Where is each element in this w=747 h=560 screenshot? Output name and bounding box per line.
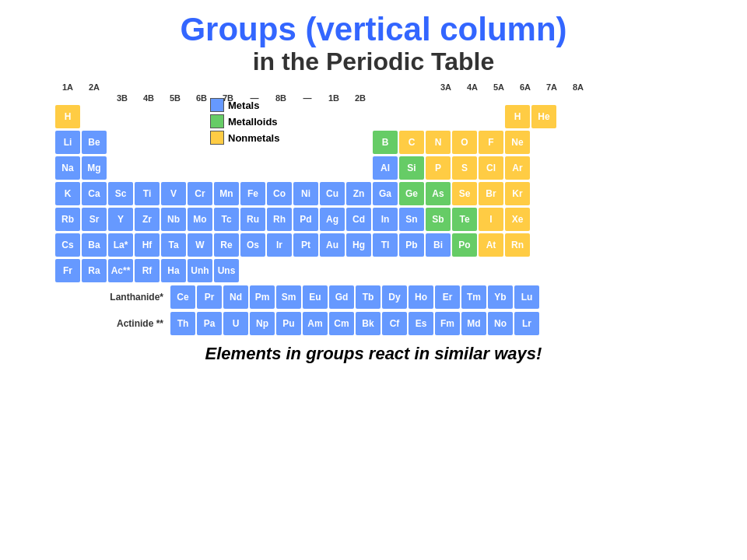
element-cell-Ac**: Ac** [108,259,133,282]
element-cell-Mo: Mo [188,208,212,231]
element-cell-Ha: Ha [161,259,186,282]
group-label-6b: 6B [189,93,214,103]
group-label-2a: 2A [82,82,107,92]
element-cell-Po: Po [452,233,477,257]
pt-row-2: LiBeBCNOFNe [54,130,693,155]
element-cell-Unh: Unh [188,259,212,282]
group-headers-top: 1A2A3A4A5A6A7A8A [54,82,693,92]
element-cell-Sn: Sn [399,208,424,231]
group-label-1a: 1A [55,82,80,92]
group-label-3a: 3A [433,82,458,92]
element-cell-He: He [531,105,556,128]
element-cell-S: S [452,156,477,180]
element-cell-Ag: Ag [320,208,345,231]
element-cell-Sm: Sm [276,285,301,309]
element-cell-Pb: Pb [399,233,424,257]
element-cell-Au: Au [320,233,345,257]
element-cell-Mn: Mn [214,182,239,205]
series-row: Lanthanide*CePrNdPmSmEuGdTbDyHoErTmYbLu [54,285,693,310]
element-cell-Br: Br [479,182,503,205]
element-cell-Nd: Nd [223,285,248,309]
pt-row-1: HHHe [54,104,693,129]
pt-row-3: NaMgAlSiPSClAr [54,156,693,180]
element-cell-C: C [399,131,424,154]
element-cell-Ge: Ge [399,182,424,205]
main-title: Groups (vertical column) [180,12,566,47]
element-cell-Uns: Uns [214,259,239,282]
element-cell-Rh: Rh [267,208,292,231]
element-cell-Np: Np [250,312,275,335]
pt-row-6: CsBaLa*HfTaWReOsIrPtAuHgTlPbBiPoAtRn [54,233,693,257]
group-label-8a: 8A [566,82,591,92]
element-cell-Al: Al [373,156,398,180]
element-cell-Zr: Zr [135,208,160,231]
element-cell-Cs: Cs [55,233,80,257]
element-cell-Hf: Hf [135,233,160,257]
element-cell-Ba: Ba [82,233,107,257]
group-label-3b: 3B [110,93,135,103]
series-row: Actinide **ThPaUNpPuAmCmBkCfEsFmMdNoLr [54,311,693,336]
element-cell-Os: Os [240,233,265,257]
element-cell-Mg: Mg [82,156,107,180]
group-label-5b: 5B [163,93,188,103]
periodic-table: 1A2A3A4A5A6A7A8A3B4B5B6B7B—8B—1B2BHHHeLi… [54,82,693,336]
element-cell-Yb: Yb [488,285,513,309]
element-cell-Co: Co [267,182,292,205]
element-cell-Se: Se [452,182,477,205]
element-cell-No: No [488,312,513,335]
element-cell-Er: Er [435,285,460,309]
group-label-dash: — [295,93,320,103]
element-cell-Cl: Cl [479,156,503,180]
element-cell-Gd: Gd [329,285,354,309]
element-cell-Sc: Sc [108,182,133,205]
element-cell-Ni: Ni [293,182,318,205]
element-cell-Rb: Rb [55,208,80,231]
element-cell-Pu: Pu [276,312,301,335]
sub-title: in the Periodic Table [253,47,495,76]
element-cell-Li: Li [55,131,80,154]
element-cell-Ho: Ho [409,285,433,309]
group-label-1b: 1B [321,93,346,103]
group-label-7a: 7A [539,82,564,92]
series-label: Actinide ** [54,318,163,329]
group-label-dash: — [242,93,267,103]
element-cell-Na: Na [55,156,80,180]
element-cell-V: V [161,182,186,205]
element-cell-Dy: Dy [382,285,407,309]
element-cell-Cr: Cr [188,182,212,205]
element-cell-Pt: Pt [293,233,318,257]
element-cell-Pa: Pa [197,312,222,335]
group-label-4b: 4B [136,93,161,103]
element-cell-H: H [55,105,80,128]
element-cell-Cf: Cf [382,312,407,335]
element-cell-Bi: Bi [426,233,451,257]
element-cell-Am: Am [303,312,328,335]
element-cell-Tl: Tl [373,233,398,257]
group-label-4a: 4A [460,82,485,92]
element-cell-Rn: Rn [505,233,530,257]
element-cell-Ga: Ga [373,182,398,205]
pt-row-4: KCaScTiVCrMnFeCoNiCuZnGaGeAsSeBrKr [54,181,693,206]
element-cell-Te: Te [452,208,477,231]
element-cell-Ra: Ra [82,259,107,282]
element-cell-Zn: Zn [346,182,371,205]
element-cell-N: N [426,131,451,154]
element-cell-Ti: Ti [135,182,160,205]
periodic-table-wrapper: MetalsMetalloidsNonmetals 1A2A3A4A5A6A7A… [54,82,693,336]
pt-row-7: FrRaAc**RfHaUnhUns [54,258,693,283]
series-label: Lanthanide* [54,292,163,303]
element-cell-Ru: Ru [240,208,265,231]
element-cell-Ta: Ta [161,233,186,257]
element-cell-K: K [55,182,80,205]
element-cell-Sr: Sr [82,208,107,231]
element-cell-Pm: Pm [250,285,275,309]
element-cell-Fm: Fm [435,312,460,335]
element-cell-Pd: Pd [293,208,318,231]
group-label-8b: 8B [268,93,293,103]
element-cell-I: I [479,208,503,231]
element-cell-Bk: Bk [356,312,381,335]
element-cell-Hg: Hg [346,233,371,257]
element-cell-Sb: Sb [426,208,451,231]
group-label-7b: 7B [216,93,240,103]
element-cell-Y: Y [108,208,133,231]
